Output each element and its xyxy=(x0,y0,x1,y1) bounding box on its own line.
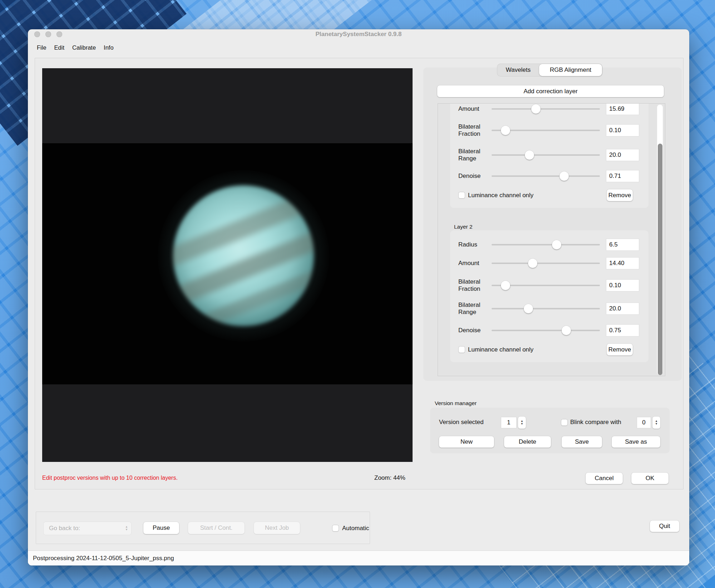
image-letterbox-bottom xyxy=(42,384,413,462)
slider-thumb[interactable] xyxy=(524,304,533,313)
version-manager-title: Version manager xyxy=(435,400,477,407)
slider-row: Bilateral Range20.0 xyxy=(438,303,652,315)
slider-row: Bilateral Fraction0.10 xyxy=(438,279,652,291)
desktop: PlanetarySystemStacker 0.9.8 File Edit C… xyxy=(0,0,715,588)
slider-thumb[interactable] xyxy=(501,126,510,135)
save-as-version-button[interactable]: Save as xyxy=(612,436,660,448)
slider-track xyxy=(492,263,600,264)
checkbox-row: Luminance channel onlyRemove xyxy=(438,189,652,201)
menu-info[interactable]: Info xyxy=(104,44,114,51)
slider-track xyxy=(492,175,600,177)
image-viewer[interactable] xyxy=(42,68,413,462)
denoise-value-input[interactable]: 0.75 xyxy=(606,324,639,337)
stepper-down-icon: ▼ xyxy=(655,423,658,425)
denoise-value-input[interactable]: 0.71 xyxy=(606,170,639,182)
dropdown-arrows-icon: ▲▼ xyxy=(125,525,128,531)
radius-slider[interactable] xyxy=(492,240,600,249)
slider-label: Bilateral Fraction xyxy=(458,123,492,138)
bilateral-range-slider[interactable] xyxy=(492,150,600,160)
tab-wavelets[interactable]: Wavelets xyxy=(497,64,539,76)
layer-section-label: Layer 2 xyxy=(454,224,473,230)
version-manager-box: Version selected 1 ▲ ▼ Blink compare wit… xyxy=(430,408,670,453)
ok-button[interactable]: OK xyxy=(631,473,669,484)
bilateral-range-slider[interactable] xyxy=(492,304,600,313)
radius-value-input[interactable]: 6.5 xyxy=(606,239,639,251)
slider-track xyxy=(492,108,600,110)
zoom-level-label: Zoom: 44% xyxy=(374,474,405,482)
job-control-bar: Go back to: ▲▼ Pause Start / Cont. Next … xyxy=(36,512,370,544)
menu-file[interactable]: File xyxy=(37,44,46,51)
blink-compare-checkbox[interactable] xyxy=(561,419,568,426)
bilateral-range-value-input[interactable]: 20.0 xyxy=(606,303,639,315)
delete-version-button[interactable]: Delete xyxy=(504,436,551,448)
slider-thumb[interactable] xyxy=(562,326,571,335)
add-correction-layer-button[interactable]: Add correction layer xyxy=(437,85,664,97)
image-letterbox-top xyxy=(42,68,413,143)
new-version-button[interactable]: New xyxy=(439,436,494,448)
jupiter-image xyxy=(173,185,314,326)
scrollbar-thumb[interactable] xyxy=(658,144,662,375)
menu-calibrate[interactable]: Calibrate xyxy=(72,44,96,51)
remove-layer-button[interactable]: Remove xyxy=(607,344,633,355)
correction-panel: Add correction layer Amount15.69Bilatera… xyxy=(423,68,682,381)
layers-scroll-area[interactable]: Amount15.69Bilateral Fraction0.10Bilater… xyxy=(438,103,665,376)
slider-thumb[interactable] xyxy=(531,104,541,114)
postproc-hint-label: Edit postproc versions with up to 10 cor… xyxy=(42,475,178,481)
slider-label: Denoise xyxy=(458,173,492,180)
cancel-button[interactable]: Cancel xyxy=(586,473,623,484)
tab-rgb-alignment[interactable]: RGB Alignment xyxy=(539,64,602,76)
save-version-button[interactable]: Save xyxy=(562,436,602,448)
slider-track xyxy=(492,330,600,331)
slider-label: Bilateral Range xyxy=(458,148,492,162)
version-selected-spinbox[interactable]: 1 xyxy=(501,417,517,428)
luminance-label: Luminance channel only xyxy=(468,192,533,199)
slider-thumb[interactable] xyxy=(528,259,537,268)
stepper-down-icon: ▼ xyxy=(521,423,523,425)
slider-row: Amount15.69 xyxy=(438,103,652,115)
amount-value-input[interactable]: 14.40 xyxy=(606,257,639,269)
bilateral-fraction-value-input[interactable]: 0.10 xyxy=(606,124,639,136)
blink-compare-spinbox[interactable]: 0 xyxy=(637,417,651,428)
app-window: PlanetarySystemStacker 0.9.8 File Edit C… xyxy=(28,29,689,565)
slider-thumb[interactable] xyxy=(559,171,569,181)
titlebar: PlanetarySystemStacker 0.9.8 xyxy=(28,29,689,41)
version-selected-label: Version selected xyxy=(439,419,484,426)
slider-thumb[interactable] xyxy=(525,150,534,160)
slider-thumb[interactable] xyxy=(552,240,561,249)
luminance-checkbox[interactable] xyxy=(458,192,465,199)
status-text: Postprocessing 2024-11-12-0505_5-Jupiter… xyxy=(33,555,174,562)
denoise-slider[interactable] xyxy=(492,171,600,181)
vertical-scrollbar[interactable] xyxy=(657,105,663,375)
slider-label: Amount xyxy=(458,260,492,267)
bilateral-range-value-input[interactable]: 20.0 xyxy=(606,149,639,161)
pause-button[interactable]: Pause xyxy=(143,522,179,534)
menubar: File Edit Calibrate Info xyxy=(28,42,689,53)
amount-value-input[interactable]: 15.69 xyxy=(606,103,639,115)
go-back-dropdown[interactable]: Go back to: ▲▼ xyxy=(43,522,132,535)
start-cont-button[interactable]: Start / Cont. xyxy=(188,522,245,534)
bilateral-fraction-slider[interactable] xyxy=(492,126,600,135)
slider-label: Bilateral Fraction xyxy=(458,278,492,293)
automatic-label: Automatic xyxy=(342,525,369,532)
blink-compare-stepper[interactable]: ▲ ▼ xyxy=(652,417,660,429)
version-selected-stepper[interactable]: ▲ ▼ xyxy=(518,417,526,429)
slider-label: Denoise xyxy=(458,327,492,334)
denoise-slider[interactable] xyxy=(492,326,600,335)
bilateral-fraction-value-input[interactable]: 0.10 xyxy=(606,279,639,291)
statusbar: Postprocessing 2024-11-12-0505_5-Jupiter… xyxy=(28,550,689,565)
slider-thumb[interactable] xyxy=(501,281,510,290)
luminance-label: Luminance channel only xyxy=(468,346,533,353)
menu-edit[interactable]: Edit xyxy=(54,44,64,51)
automatic-checkbox[interactable] xyxy=(332,525,339,532)
quit-button[interactable]: Quit xyxy=(650,520,679,532)
luminance-checkbox[interactable] xyxy=(458,346,465,353)
amount-slider[interactable] xyxy=(492,259,600,268)
next-job-button[interactable]: Next Job xyxy=(254,522,300,534)
go-back-placeholder: Go back to: xyxy=(49,525,80,532)
remove-layer-button[interactable]: Remove xyxy=(607,189,633,201)
bilateral-fraction-slider[interactable] xyxy=(492,281,600,290)
main-frame: Edit postproc versions with up to 10 cor… xyxy=(35,58,684,489)
postproc-tabs: Wavelets RGB Alignment xyxy=(497,64,602,76)
amount-slider[interactable] xyxy=(492,104,600,114)
slider-row: Denoise0.75 xyxy=(438,324,652,337)
